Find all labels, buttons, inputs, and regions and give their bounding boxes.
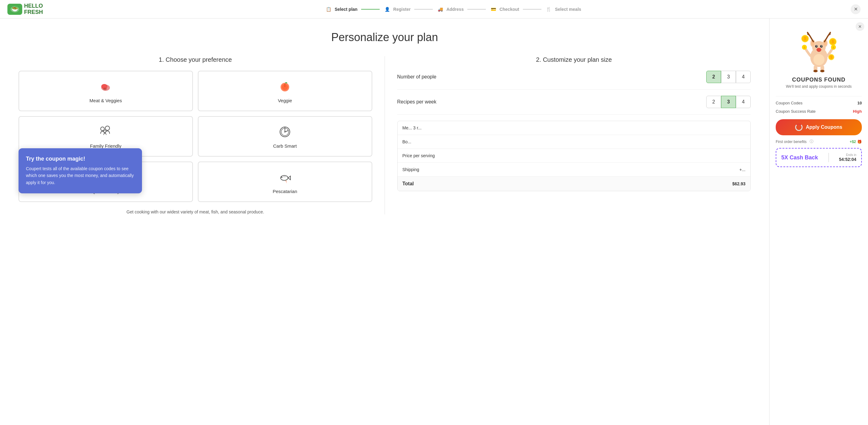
svg-text:$: $: [804, 46, 805, 49]
nav-step-checkout[interactable]: 💳 Checkout: [490, 5, 519, 13]
nav-close-button[interactable]: ✕: [851, 4, 861, 14]
people-label: Number of people: [397, 74, 436, 80]
people-options: 2 3 4: [706, 71, 751, 83]
success-rate-label: Coupon Success Rate: [776, 109, 815, 114]
recipes-options: 2 3 4: [706, 96, 751, 108]
svg-point-45: [813, 54, 825, 65]
meat-veggies-icon: [98, 79, 113, 94]
coupon-sidebar: ✕ $ $ $: [769, 19, 868, 425]
shipping-value: +...: [739, 167, 745, 172]
address-label: Address: [446, 7, 464, 12]
meal-card-carb-smart[interactable]: Carb Smart: [198, 116, 372, 157]
page-title: Personalize your plan: [19, 31, 751, 44]
logo[interactable]: 🥗 HELLO FRESH: [7, 3, 43, 16]
first-order-label: First order benefits: [776, 140, 807, 144]
tooltip-title: Try the coupon magic!: [26, 156, 134, 162]
shipping-row: Shipping +...: [398, 163, 751, 177]
content-area: Personalize your plan 1. Choose your pre…: [0, 19, 769, 425]
nav-steps: 📋 Select plan 👤 Register 🚚 Address 💳 Che…: [55, 5, 851, 13]
recipes-option-3[interactable]: 3: [721, 96, 736, 108]
svg-point-23: [281, 176, 288, 180]
people-option-4[interactable]: 4: [736, 71, 751, 83]
nav-step-select-plan[interactable]: 📋 Select plan: [325, 5, 358, 13]
plan-size-section-title: 2. Customize your plan size: [397, 56, 751, 63]
total-value: $62.93: [732, 181, 745, 186]
success-rate-value: High: [853, 109, 862, 114]
select-meals-label: Select meals: [555, 7, 581, 12]
recipes-row: Recipes per week 2 3 4: [397, 96, 751, 115]
meal-price-row: Me... 3 r...: [398, 121, 751, 135]
nav-step-select-meals[interactable]: 🍴 Select meals: [545, 5, 581, 13]
recipes-option-4[interactable]: 4: [736, 96, 751, 108]
carb-smart-icon: [278, 124, 292, 140]
cashback-card: 5X Cash Back Ends in 54:52:04: [776, 148, 862, 167]
nav-step-address[interactable]: 🚚 Address: [436, 5, 464, 13]
svg-point-10: [105, 126, 110, 130]
meal-price-label: Me... 3 r...: [403, 125, 422, 130]
pescatarian-icon: [278, 170, 292, 185]
family-friendly-label: Family Friendly: [90, 143, 122, 149]
price-per-serving-label: Price per serving: [403, 153, 435, 158]
register-label: Register: [393, 7, 410, 12]
apply-coupons-button[interactable]: Apply Coupons: [776, 119, 862, 135]
apply-spinner: [795, 124, 803, 131]
first-order-row: First order benefits ⓘ +$2 🎁: [776, 139, 862, 144]
svg-text:$: $: [832, 39, 834, 44]
first-order-value: +$2 🎁: [850, 140, 862, 144]
meal-card-pescatarian[interactable]: Pescatarian: [198, 161, 372, 202]
total-label: Total: [403, 181, 414, 187]
select-plan-icon: 📋: [325, 5, 332, 13]
logo-text: HELLO FRESH: [24, 3, 43, 16]
svg-point-42: [816, 46, 817, 47]
logo-icon: 🥗: [7, 4, 22, 15]
price-per-serving-row: Price per serving: [398, 149, 751, 163]
family-friendly-icon: [98, 124, 113, 140]
people-option-3[interactable]: 3: [721, 71, 736, 83]
deer-illustration: $ $ $: [794, 25, 844, 74]
preference-section-title: 1. Choose your preference: [19, 56, 372, 63]
nav-divider-2: [414, 9, 433, 9]
coupon-codes-label: Coupon Codes: [776, 101, 803, 105]
veggie-label: Veggie: [278, 98, 292, 103]
svg-point-43: [821, 46, 822, 47]
meal-card-meat-veggies[interactable]: Meat & Veggies: [19, 71, 193, 111]
recipes-label: Recipes per week: [397, 99, 436, 105]
tooltip-text: Coupert tests all of the available coupo…: [26, 165, 134, 186]
cashback-timer-label: Ends in: [839, 153, 856, 157]
apply-coupons-label: Apply Coupons: [806, 124, 842, 130]
select-meals-icon: 🍴: [545, 5, 553, 13]
svg-text:$: $: [830, 56, 832, 59]
svg-point-44: [816, 48, 822, 52]
svg-point-48: [813, 70, 818, 72]
cashback-timer-value: 54:52:04: [839, 157, 856, 162]
svg-text:$: $: [804, 36, 806, 41]
meat-veggies-label: Meat & Veggies: [90, 98, 122, 103]
select-plan-label: Select plan: [335, 7, 358, 12]
checkout-icon: 💳: [490, 5, 497, 13]
svg-text:$: $: [833, 46, 834, 49]
cashback-divider: [829, 153, 829, 162]
svg-point-49: [820, 70, 825, 72]
svg-point-16: [284, 131, 285, 132]
meal-card-veggie[interactable]: Veggie: [198, 71, 372, 111]
main-container: Personalize your plan 1. Choose your pre…: [0, 19, 868, 425]
coupon-tooltip: Try the coupon magic! Coupert tests all …: [19, 148, 142, 193]
cashback-timer: Ends in 54:52:04: [839, 153, 856, 162]
svg-text:🥗: 🥗: [11, 5, 19, 12]
coupon-codes-row: Coupon Codes 10: [776, 99, 862, 107]
first-order-info-icon[interactable]: ⓘ: [810, 139, 813, 144]
svg-point-5: [103, 88, 107, 90]
coupons-found-subtitle: We'll test and apply coupons in seconds: [786, 84, 851, 89]
people-row: Number of people 2 3 4: [397, 71, 751, 90]
people-option-2[interactable]: 2: [706, 71, 721, 83]
coupon-close-button[interactable]: ✕: [856, 22, 864, 31]
veggie-icon: [278, 79, 292, 94]
price-summary-box: Me... 3 r... Bo... Price per serving Shi…: [397, 121, 751, 191]
coupons-found-title: COUPONS FOUND: [792, 77, 845, 83]
nav-divider-3: [467, 9, 486, 9]
shipping-label: Shipping: [403, 167, 420, 172]
nav-divider-4: [523, 9, 541, 9]
nav-step-register[interactable]: 👤 Register: [383, 5, 410, 13]
cashback-label: 5X Cash Back: [781, 154, 818, 161]
recipes-option-2[interactable]: 2: [706, 96, 721, 108]
